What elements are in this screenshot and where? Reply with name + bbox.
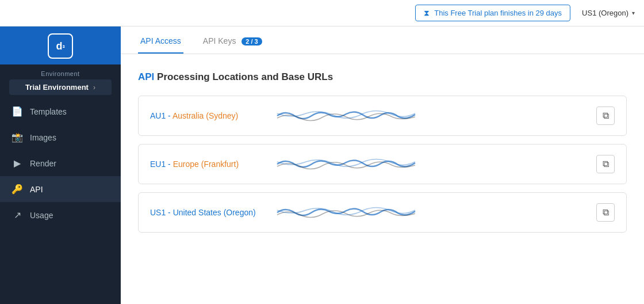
templates-icon: 📄 <box>12 106 23 117</box>
images-label: Images <box>30 133 56 142</box>
main-layout: d₂ Environment Trial Environment › 📄 Tem… <box>0 26 644 304</box>
usage-icon: ↗ <box>12 210 23 221</box>
sidebar: d₂ Environment Trial Environment › 📄 Tem… <box>0 26 121 304</box>
app-logo: d₂ <box>48 33 73 59</box>
section-title-highlighted: API <box>138 71 154 82</box>
location-name-eu1: EU1 - Europe (Frankfurt) <box>150 159 265 169</box>
tab-api-keys[interactable]: API Keys 2 / 3 <box>201 36 264 54</box>
location-card-au1: AU1 - Australia (Sydney) ⧉ <box>138 96 627 136</box>
hourglass-icon: ⧗ <box>424 8 430 18</box>
sidebar-logo-header: d₂ <box>0 26 121 64</box>
top-bar: ⧗ This Free Trial plan finishes in 29 da… <box>0 0 644 26</box>
render-icon: ▶ <box>12 158 23 169</box>
usage-label: Usage <box>30 211 53 220</box>
tab-api-access[interactable]: API Access <box>138 36 183 54</box>
location-card-us1: US1 - United States (Oregon) ⧉ <box>138 192 627 233</box>
api-label: API <box>30 185 43 194</box>
region-selector[interactable]: US1 (Oregon) ▾ <box>582 9 635 17</box>
copy-icon-us1: ⧉ <box>603 207 609 218</box>
copy-icon-eu1: ⧉ <box>603 159 609 169</box>
sidebar-item-images[interactable]: 📸 Images <box>0 124 121 150</box>
environment-section: Environment Trial Environment › <box>0 64 121 98</box>
copy-icon-au1: ⧉ <box>603 111 609 121</box>
url-redacted-us1 <box>274 204 587 221</box>
trial-badge[interactable]: ⧗ This Free Trial plan finishes in 29 da… <box>415 5 570 21</box>
env-chevron-icon: › <box>93 83 95 92</box>
tabs-bar: API Access API Keys 2 / 3 <box>121 26 644 54</box>
content-area: API Access API Keys 2 / 3 API Processing… <box>121 26 644 304</box>
content-scroll: API Processing Locations and Base URLs A… <box>121 54 644 304</box>
templates-label: Templates <box>30 107 67 116</box>
section-title: API Processing Locations and Base URLs <box>138 71 627 83</box>
render-label: Render <box>30 159 56 168</box>
copy-button-eu1[interactable]: ⧉ <box>596 155 615 173</box>
location-name-us1: US1 - United States (Oregon) <box>150 208 265 217</box>
sidebar-item-render[interactable]: ▶ Render <box>0 150 121 176</box>
api-icon: 🔑 <box>12 184 23 195</box>
sidebar-item-templates[interactable]: 📄 Templates <box>0 98 121 124</box>
trial-text: This Free Trial plan finishes in 29 days <box>434 9 562 17</box>
location-card-eu1: EU1 - Europe (Frankfurt) ⧉ <box>138 144 627 184</box>
url-redacted-au1 <box>274 108 587 124</box>
url-redacted-eu1 <box>274 156 587 172</box>
copy-button-us1[interactable]: ⧉ <box>596 203 615 222</box>
environment-name: Trial Environment <box>25 83 89 92</box>
region-label: US1 (Oregon) <box>582 9 628 17</box>
environment-label: Environment <box>9 70 112 77</box>
api-keys-badge: 2 / 3 <box>241 37 262 45</box>
chevron-down-icon: ▾ <box>632 10 635 16</box>
sidebar-item-api[interactable]: 🔑 API <box>0 176 121 202</box>
images-icon: 📸 <box>12 132 23 143</box>
url-scribble-au1 <box>274 108 424 124</box>
url-scribble-us1 <box>274 204 424 221</box>
environment-selector[interactable]: Trial Environment › <box>9 79 112 95</box>
url-scribble-eu1 <box>274 156 424 172</box>
copy-button-au1[interactable]: ⧉ <box>596 107 615 125</box>
sidebar-item-usage[interactable]: ↗ Usage <box>0 202 121 228</box>
location-name-au1: AU1 - Australia (Sydney) <box>150 111 265 120</box>
